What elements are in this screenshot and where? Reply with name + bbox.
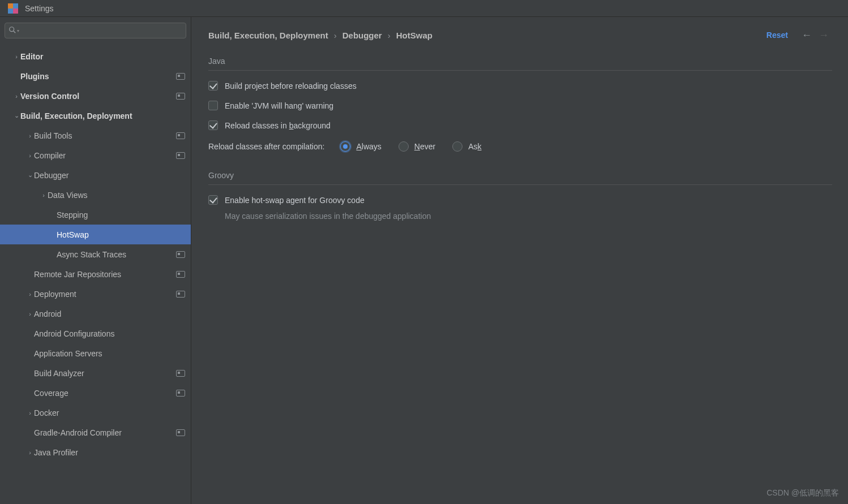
radio-icon [399,141,409,152]
opt-label: Build project before reloading classes [225,81,357,91]
sidebar-item-label: Build Tools [34,131,173,140]
sidebar-item-debugger[interactable]: ⌄Debugger [0,165,191,185]
radio-ask[interactable]: Ask [452,141,481,152]
nav-forward-icon: → [815,29,832,41]
chevron-down-icon[interactable]: ⌄ [12,112,20,119]
opt-label: Reload classes in background [225,121,331,130]
breadcrumb-seg-2[interactable]: HotSwap [396,31,432,40]
sidebar-item-plugins[interactable]: ›Plugins [0,66,191,86]
sidebar-item-remote-jar-repositories[interactable]: ›Remote Jar Repositories [0,264,191,284]
chevron-right-icon[interactable]: › [12,93,20,100]
settings-tree: ›Editor›Plugins›Version Control⌄Build, E… [0,43,191,504]
chevron-right-icon[interactable]: › [26,152,34,159]
chevron-right-icon[interactable]: › [26,291,34,298]
checkbox-icon[interactable] [208,81,218,91]
sidebar-item-label: Java Profiler [34,448,185,457]
sidebar-item-stepping[interactable]: ›Stepping [0,205,191,225]
sidebar-item-label: Version Control [20,92,173,101]
sidebar-item-build-execution-deployment[interactable]: ⌄Build, Execution, Deployment [0,106,191,126]
search-input[interactable] [5,23,186,38]
sidebar-item-label: Async Stack Traces [57,250,173,259]
opt-label: Enable 'JVM will hang' warning [225,101,333,110]
sidebar: ▾ ›Editor›Plugins›Version Control⌄Build,… [0,17,191,504]
sidebar-item-label: Coverage [34,389,173,398]
opt-label: Enable hot-swap agent for Groovy code [225,196,365,205]
sidebar-item-label: Editor [20,52,185,61]
opt-build-before[interactable]: Build project before reloading classes [208,81,832,91]
svg-rect-3 [13,8,18,14]
sidebar-item-label: Remote Jar Repositories [34,270,173,279]
project-scope-icon [176,132,185,139]
project-scope-icon [176,271,185,278]
sidebar-item-label: HotSwap [57,230,185,239]
sidebar-item-android-configurations[interactable]: ›Android Configurations [0,324,191,343]
sidebar-item-label: Build Analyzer [34,369,173,378]
project-scope-icon [176,73,185,80]
chevron-right-icon: › [334,31,337,40]
breadcrumb-bar: Build, Execution, Deployment › Debugger … [191,17,832,53]
checkbox-icon[interactable] [208,195,218,205]
project-scope-icon [176,291,185,298]
sidebar-item-async-stack-traces[interactable]: ›Async Stack Traces [0,244,191,264]
checkbox-icon[interactable] [208,120,218,130]
section-title-java: Java [208,57,832,71]
sidebar-item-build-tools[interactable]: ›Build Tools [0,126,191,145]
nav-back-icon[interactable]: ← [798,29,815,41]
radio-never[interactable]: Never [399,141,435,152]
app-logo-icon [8,3,18,14]
titlebar: Settings [0,0,848,17]
project-scope-icon [176,390,185,397]
sidebar-item-label: Application Servers [34,349,185,358]
opt-groovy-hotswap[interactable]: Enable hot-swap agent for Groovy code [208,195,832,205]
svg-rect-2 [8,8,13,14]
reset-link[interactable]: Reset [766,31,788,40]
sidebar-item-label: Stepping [57,210,185,219]
breadcrumb-seg-1[interactable]: Debugger [342,31,382,40]
sidebar-item-java-profiler[interactable]: ›Java Profiler [0,442,191,462]
search-field[interactable]: ▾ [5,23,186,38]
chevron-right-icon[interactable]: › [26,449,34,456]
chevron-right-icon[interactable]: › [26,132,34,139]
sidebar-item-deployment[interactable]: ›Deployment [0,284,191,304]
sidebar-item-editor[interactable]: ›Editor [0,46,191,66]
checkbox-icon[interactable] [208,101,218,110]
section-groovy: Groovy Enable hot-swap agent for Groovy … [191,167,832,221]
sidebar-item-build-analyzer[interactable]: ›Build Analyzer [0,363,191,383]
chevron-right-icon[interactable]: › [40,192,48,199]
opt-reload-background[interactable]: Reload classes in background [208,120,832,130]
chevron-right-icon[interactable]: › [26,410,34,416]
search-icon [8,26,16,36]
content-pane: Build, Execution, Deployment › Debugger … [191,17,848,504]
radio-always[interactable]: Always [340,141,381,152]
opt-enable-jvm-warning[interactable]: Enable 'JVM will hang' warning [208,101,832,110]
sidebar-item-coverage[interactable]: ›Coverage [0,383,191,403]
svg-line-5 [14,31,16,33]
section-java: Java Build project before reloading clas… [191,53,832,167]
sidebar-item-label: Debugger [34,171,185,180]
chevron-right-icon[interactable]: › [26,311,34,317]
sidebar-item-label: Data Views [48,191,185,200]
sidebar-item-label: Android [34,309,185,318]
sidebar-item-hotswap[interactable]: ›HotSwap [0,225,191,244]
sidebar-item-label: Build, Execution, Deployment [20,111,185,120]
svg-rect-1 [13,3,18,8]
radio-icon [340,141,350,152]
sidebar-item-label: Compiler [34,151,173,160]
project-scope-icon [176,370,185,377]
svg-point-4 [10,27,14,32]
sidebar-item-android[interactable]: ›Android [0,304,191,324]
chevron-right-icon[interactable]: › [12,53,20,60]
chevron-down-icon[interactable]: ⌄ [26,171,34,179]
search-history-icon[interactable]: ▾ [17,28,19,33]
sidebar-item-docker[interactable]: ›Docker [0,403,191,423]
sidebar-item-compiler[interactable]: ›Compiler [0,145,191,165]
sidebar-item-label: Plugins [20,72,173,81]
sidebar-item-version-control[interactable]: ›Version Control [0,86,191,106]
radio-group-label: Reload classes after compilation: [208,142,324,151]
sidebar-item-data-views[interactable]: ›Data Views [0,185,191,205]
sidebar-item-application-servers[interactable]: ›Application Servers [0,343,191,363]
breadcrumb-seg-0[interactable]: Build, Execution, Deployment [208,31,328,40]
sidebar-item-label: Gradle-Android Compiler [34,428,173,437]
project-scope-icon [176,152,185,159]
sidebar-item-gradle-android-compiler[interactable]: ›Gradle-Android Compiler [0,423,191,442]
